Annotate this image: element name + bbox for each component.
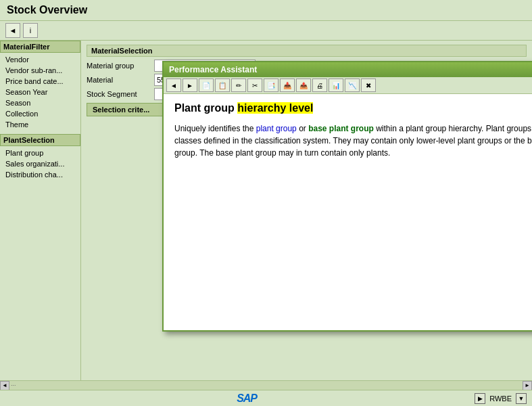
sidebar-item-vendor[interactable]: Vendor	[0, 54, 80, 65]
dialog-heading-plain: Plant group	[174, 102, 237, 114]
dialog-forward-btn[interactable]: ►	[183, 78, 197, 92]
main-toolbar: ◄ i	[0, 21, 532, 41]
nav-prev-button[interactable]: ▶	[475, 393, 485, 404]
dialog-heading-highlight: hierarchy level	[237, 102, 313, 114]
dialog-body-part2: or	[297, 124, 308, 133]
dialog-link-base-plant-group[interactable]: base plant group	[308, 124, 374, 133]
material-label: Material	[87, 76, 154, 84]
horizontal-scrollbar: ◄ ··· ►	[0, 380, 532, 390]
sidebar-item-sales-org[interactable]: Sales organizati...	[0, 158, 80, 169]
plant-selection-header: PlantSelection	[0, 134, 80, 146]
nav-next-button[interactable]: ▼	[516, 393, 527, 404]
dialog-cut-btn[interactable]: ✂	[247, 78, 262, 92]
transaction-code: RWBE	[489, 394, 512, 403]
dialog-title-bar: Performance Assistant _ □ ✕	[164, 62, 532, 77]
sidebar-item-collection[interactable]: Collection	[0, 108, 80, 119]
sidebar-item-plant-group[interactable]: Plant group	[0, 148, 80, 158]
sidebar-item-theme[interactable]: Theme	[0, 119, 80, 130]
sap-logo-text: SAP	[237, 392, 257, 404]
dialog-import-btn[interactable]: 📥	[280, 78, 295, 92]
status-bar: SAP ▶ RWBE ▼	[0, 390, 532, 406]
dialog-graph-btn[interactable]: 📉	[345, 78, 360, 92]
form-area: MaterialSelection Material group Materia…	[81, 41, 532, 399]
dialog-print-btn[interactable]: 🖨	[312, 78, 327, 92]
dialog-close-toolbar-btn[interactable]: ✖	[361, 78, 376, 92]
scroll-right-btn[interactable]: ►	[523, 381, 532, 390]
selection-criteria-label: Selection crite...	[93, 106, 149, 114]
dialog-clipboard-btn[interactable]: 📋	[215, 78, 230, 92]
dialog-copy-btn[interactable]: 📑	[264, 78, 279, 92]
dialog-chart-btn[interactable]: 📊	[329, 78, 343, 92]
dialog-body-part1: Uniquely identifies the	[174, 124, 256, 133]
dialog-edit-btn[interactable]: ✏	[231, 78, 246, 92]
left-panel: MaterialFilter Vendor Vendor sub-ran... …	[0, 41, 81, 399]
sidebar-item-distribution[interactable]: Distribution cha...	[0, 169, 80, 180]
dialog-body: Uniquely identifies the plant group or b…	[174, 122, 532, 159]
nav-arrows: ▶	[475, 393, 485, 404]
sidebar-item-season-year[interactable]: Season Year	[0, 87, 80, 97]
info-button[interactable]: i	[23, 23, 38, 38]
stock-segment-label: Stock Segment	[87, 90, 154, 98]
material-selection-header: MaterialSelection	[87, 45, 527, 57]
dialog-title: Performance Assistant	[169, 65, 257, 74]
sidebar-item-vendor-sub[interactable]: Vendor sub-ran...	[0, 65, 80, 76]
material-group-label: Material group	[87, 62, 154, 70]
dialog-export-btn[interactable]: 📤	[296, 78, 311, 92]
dialog-heading: Plant group hierarchy level	[174, 102, 532, 114]
scroll-left-btn[interactable]: ◄	[0, 381, 9, 390]
dialog-doc-btn[interactable]: 📄	[199, 78, 214, 92]
main-area: MaterialFilter Vendor Vendor sub-ran... …	[0, 41, 532, 399]
dialog-link-plant-group[interactable]: plant group	[256, 124, 297, 133]
performance-assistant-dialog: Performance Assistant _ □ ✕ ◄ ► 📄 📋 ✏ ✂ …	[162, 61, 532, 332]
title-bar: Stock Overview	[0, 0, 532, 21]
page-title: Stock Overview	[7, 4, 525, 16]
status-right: ▶ RWBE ▼	[475, 393, 527, 404]
sap-logo: SAP	[237, 392, 257, 405]
material-filter-header: MaterialFilter	[0, 41, 80, 53]
dialog-back-btn[interactable]: ◄	[166, 78, 181, 92]
dialog-content: Plant group hierarchy level Uniquely ide…	[164, 94, 532, 330]
scroll-track-horiz: ···	[9, 381, 523, 390]
dialog-toolbar: ◄ ► 📄 📋 ✏ ✂ 📑 📥 📤 🖨 📊 📉 ✖	[164, 77, 532, 94]
sidebar-item-season[interactable]: Season	[0, 97, 80, 108]
back-button[interactable]: ◄	[5, 23, 20, 38]
sidebar-item-price-band[interactable]: Price band cate...	[0, 76, 80, 87]
